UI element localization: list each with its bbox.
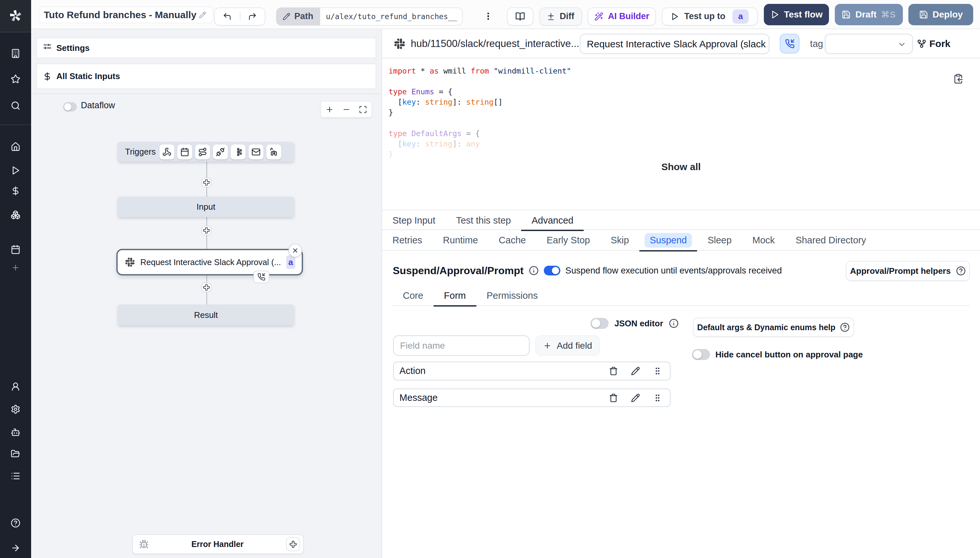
- sidebar-item-help[interactable]: [0, 513, 31, 533]
- flow-title-box[interactable]: Tuto Refund branches - Manually: [39, 7, 213, 23]
- suspend-toggle[interactable]: [544, 266, 560, 276]
- error-handler-node[interactable]: Error Handler: [132, 534, 304, 554]
- trigger-poll-button[interactable]: [266, 144, 281, 159]
- drag-field-handle[interactable]: [647, 366, 668, 376]
- subtab-retries[interactable]: Retries: [382, 230, 433, 251]
- default-args-help-button[interactable]: Default args & Dynamic enums help: [693, 318, 854, 337]
- json-editor-toggle[interactable]: [591, 318, 609, 329]
- deploy-button[interactable]: Deploy: [908, 4, 973, 25]
- tab-step-input[interactable]: Step Input: [382, 210, 446, 230]
- tab-advanced[interactable]: Advanced: [521, 210, 584, 230]
- field-name-input[interactable]: Field name: [393, 335, 530, 356]
- insert-step-button[interactable]: [202, 225, 211, 235]
- tab-test-this-step[interactable]: Test this step: [446, 210, 521, 230]
- draft-button[interactable]: Draft ⌘S: [835, 4, 903, 25]
- delete-field-button[interactable]: [602, 366, 624, 376]
- trigger-webhook-button[interactable]: [159, 144, 174, 159]
- more-menu-button[interactable]: [484, 8, 492, 25]
- windmill-logo[interactable]: [0, 0, 31, 33]
- docs-button[interactable]: [507, 7, 534, 26]
- kafka-icon: [234, 148, 243, 156]
- field-row-action[interactable]: Action: [393, 362, 670, 381]
- input-node[interactable]: Input: [118, 197, 294, 217]
- ai-builder-button[interactable]: AI Builder: [588, 7, 656, 26]
- tab-permissions[interactable]: Permissions: [476, 286, 548, 306]
- path-chip[interactable]: Path: [276, 7, 320, 26]
- sidebar-item-folders[interactable]: [0, 444, 31, 464]
- subtab-mock[interactable]: Mock: [742, 230, 785, 251]
- tab-form[interactable]: Form: [433, 286, 476, 306]
- sidebar-item-home[interactable]: [0, 137, 31, 156]
- hub-script-path[interactable]: hub/11500/slack/request_interactive...: [411, 29, 579, 58]
- trigger-kafka-button[interactable]: [231, 144, 246, 159]
- sidebar-item-account[interactable]: [0, 377, 31, 396]
- sidebar-item-runs[interactable]: [0, 161, 31, 180]
- step-title-input[interactable]: Request Interactive Slack Approval (slac…: [580, 34, 769, 54]
- step-tabs: Step Input Test this step Advanced: [382, 210, 980, 230]
- insert-step-button[interactable]: [202, 177, 211, 187]
- sidebar-item-workspace[interactable]: [0, 44, 31, 63]
- step-node-selected[interactable]: Request Interactive Slack Approval (... …: [117, 249, 303, 276]
- subtab-shared-directory[interactable]: Shared Directory: [785, 230, 877, 251]
- code-editor[interactable]: import * as wmill from "windmill-client"…: [382, 58, 980, 210]
- windmill-logo-icon: [9, 9, 22, 23]
- sidebar-item-add[interactable]: [0, 258, 31, 277]
- suspend-phone-button[interactable]: [780, 34, 799, 54]
- dataflow-toggle-track[interactable]: [63, 102, 77, 112]
- clipboard-copy-icon[interactable]: [953, 74, 964, 84]
- trigger-email-button[interactable]: [249, 144, 263, 159]
- subtab-runtime[interactable]: Runtime: [433, 230, 488, 251]
- show-all-button[interactable]: Show all: [382, 161, 980, 172]
- cross-icon: [203, 227, 210, 234]
- test-up-to-button[interactable]: Test up to a: [662, 7, 758, 26]
- sidebar-item-expand[interactable]: [0, 538, 31, 558]
- trigger-http-route-button[interactable]: [195, 144, 210, 159]
- dataflow-toggle[interactable]: [63, 102, 77, 112]
- items-5-label: Suspend: [645, 233, 692, 248]
- subtab-early-stop[interactable]: Early Stop: [536, 230, 601, 251]
- trigger-schedule-button[interactable]: [177, 144, 192, 159]
- sidebar-item-schedules[interactable]: [0, 240, 31, 259]
- undo-button[interactable]: [215, 12, 240, 21]
- pencil-icon: [631, 393, 640, 402]
- wand-sparkles-icon: [594, 12, 603, 21]
- subtab-sleep[interactable]: Sleep: [697, 230, 742, 251]
- triggers-node[interactable]: Triggers: [118, 142, 294, 162]
- result-node[interactable]: Result: [118, 305, 294, 325]
- sidebar-item-settings[interactable]: [0, 400, 31, 419]
- test-flow-button[interactable]: Test flow: [764, 4, 829, 25]
- sidebar-item-favorites[interactable]: [0, 69, 31, 89]
- insert-step-button[interactable]: [202, 282, 211, 292]
- path-input[interactable]: u/alex/tuto_refund_branches__: [320, 7, 463, 26]
- sidebar-item-variables[interactable]: [0, 181, 31, 200]
- add-error-handler-button[interactable]: [286, 537, 300, 551]
- trigger-websocket-button[interactable]: [213, 144, 228, 159]
- subtab-suspend[interactable]: Suspend: [639, 230, 698, 251]
- field-row-message[interactable]: Message: [393, 389, 670, 407]
- tab-core[interactable]: Core: [392, 286, 433, 306]
- sidebar-item-logs[interactable]: [0, 466, 31, 486]
- diff-button[interactable]: Diff: [539, 7, 582, 26]
- sidebar-item-workers[interactable]: [0, 423, 31, 442]
- drag-field-handle[interactable]: [647, 393, 668, 402]
- fork-button[interactable]: Fork: [929, 29, 950, 58]
- settings-row[interactable]: Settings: [36, 38, 376, 58]
- edit-field-button[interactable]: [624, 366, 647, 376]
- delete-field-button[interactable]: [602, 393, 624, 402]
- all-static-inputs-row[interactable]: All Static Inputs: [36, 64, 376, 89]
- subtab-cache[interactable]: Cache: [488, 230, 536, 251]
- zoom-in-icon[interactable]: [325, 105, 334, 114]
- edit-field-button[interactable]: [624, 393, 647, 402]
- approval-prompt-helpers-button[interactable]: Approval/Prompt helpers: [846, 261, 970, 281]
- subtab-skip[interactable]: Skip: [600, 230, 639, 251]
- fit-view-icon[interactable]: [359, 105, 367, 114]
- tag-select[interactable]: [825, 34, 913, 54]
- add-field-button[interactable]: Add field: [535, 335, 600, 356]
- play-icon: [670, 12, 679, 21]
- redo-button[interactable]: [240, 12, 265, 21]
- hide-cancel-toggle[interactable]: [692, 349, 710, 360]
- sidebar-item-resources[interactable]: [0, 205, 31, 225]
- play-icon: [11, 166, 20, 175]
- zoom-out-icon[interactable]: [342, 105, 351, 114]
- sidebar-item-search[interactable]: [0, 96, 31, 115]
